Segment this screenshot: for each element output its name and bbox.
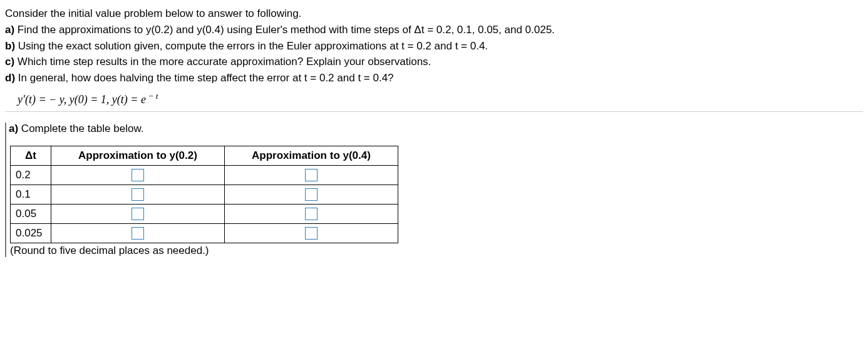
cell-dt: 0.1 [11, 185, 51, 205]
header-approx04: Approximation to y(0.4) [225, 146, 398, 166]
input-approx02-1[interactable] [132, 188, 144, 201]
header-approx02: Approximation to y(0.2) [51, 146, 225, 166]
input-approx04-1[interactable] [305, 188, 318, 201]
cell-approx04 [225, 166, 398, 185]
table-header-row: Δt Approximation to y(0.2) Approximation… [11, 146, 398, 166]
equation: y′(t) = − y, y(0) = 1, y(t) = e − t [18, 91, 863, 108]
cell-approx02 [51, 166, 225, 185]
divider [5, 111, 863, 112]
part-a-label: a) [9, 123, 18, 134]
cell-approx04 [225, 224, 398, 243]
cell-dt: 0.025 [11, 224, 51, 243]
eq-exp: − t [146, 91, 158, 101]
text-a: Find the approximations to y(0.2) and y(… [14, 24, 555, 36]
input-approx02-3[interactable] [132, 227, 144, 240]
problem-statement: Consider the initial value problem below… [5, 6, 863, 108]
text-b: Using the exact solution given, compute … [15, 40, 488, 52]
part-b-line: b) Using the exact solution given, compu… [5, 39, 863, 54]
cell-approx02 [51, 224, 225, 243]
table-row: 0.1 [11, 185, 398, 205]
cell-dt: 0.05 [11, 205, 51, 224]
cell-approx02 [51, 185, 225, 205]
table-row: 0.025 [11, 224, 398, 243]
label-a: a) [5, 24, 14, 36]
text-c: Which time step results in the more accu… [14, 56, 431, 68]
input-approx04-0[interactable] [305, 169, 318, 181]
cell-approx04 [225, 185, 398, 205]
header-dt: Δt [11, 146, 51, 166]
part-c-line: c) Which time step results in the more a… [5, 54, 863, 69]
part-d-line: d) In general, how does halving the time… [5, 71, 863, 86]
intro-line: Consider the initial value problem below… [5, 6, 863, 21]
cell-approx04 [225, 205, 398, 224]
eq-e: e [141, 93, 146, 106]
part-a-section: a) Complete the table below. Δt Approxim… [5, 123, 863, 257]
input-approx02-2[interactable] [132, 208, 144, 220]
part-a-prompt: a) Complete the table below. [9, 123, 863, 135]
cell-dt: 0.2 [11, 166, 51, 185]
approximation-table: Δt Approximation to y(0.2) Approximation… [10, 146, 398, 243]
input-approx04-2[interactable] [305, 208, 318, 220]
table-row: 0.05 [11, 205, 398, 224]
input-approx02-0[interactable] [132, 169, 144, 181]
table-row: 0.2 [11, 166, 398, 185]
label-c: c) [5, 56, 14, 68]
part-a-text: Complete the table below. [18, 123, 143, 134]
cell-approx02 [51, 205, 225, 224]
eq-lhs: y′(t) = − y, y(0) = 1, y(t) = [18, 93, 141, 106]
label-d: d) [5, 72, 15, 84]
input-approx04-3[interactable] [305, 227, 318, 240]
part-a-line: a) Find the approximations to y(0.2) and… [5, 23, 863, 38]
text-d: In general, how does halving the time st… [15, 72, 394, 84]
round-note: (Round to five decimal places as needed.… [10, 245, 863, 257]
label-b: b) [5, 40, 15, 52]
